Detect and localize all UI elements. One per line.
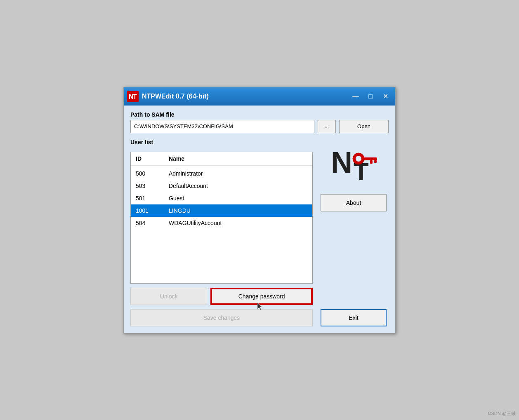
path-section-label: Path to SAM file bbox=[130, 111, 389, 118]
main-window: N T NTPWEdit 0.7 (64-bit) — □ ✕ Path to … bbox=[123, 87, 396, 333]
sam-path-input[interactable] bbox=[130, 120, 314, 133]
titlebar: N T NTPWEdit 0.7 (64-bit) — □ ✕ bbox=[124, 87, 395, 106]
exit-button[interactable]: Exit bbox=[321, 309, 387, 326]
user-name: DefaultAccount bbox=[169, 183, 208, 189]
user-name: WDAGUtilityAccount bbox=[169, 220, 222, 226]
user-name: Guest bbox=[169, 195, 184, 202]
content-area: Path to SAM file ... Open User list ID N… bbox=[124, 106, 395, 333]
user-list-label: User list bbox=[130, 139, 313, 145]
header-name-col: Name bbox=[169, 155, 184, 162]
minimize-button[interactable]: — bbox=[349, 91, 362, 102]
left-panel: User list ID Name 500 Administrator bbox=[130, 139, 313, 326]
svg-point-6 bbox=[356, 156, 361, 162]
user-list-container: ID Name 500 Administrator 503 DefaultAcc… bbox=[130, 152, 313, 284]
unlock-button: Unlock bbox=[130, 288, 207, 305]
window-title: NTPWEdit 0.7 (64-bit) bbox=[142, 93, 346, 100]
change-password-button[interactable]: Change password bbox=[210, 288, 313, 305]
user-id: 501 bbox=[136, 195, 156, 202]
change-password-label: Change password bbox=[238, 293, 285, 300]
logo-area: N T bbox=[321, 139, 387, 188]
svg-text:T: T bbox=[133, 93, 137, 100]
svg-rect-9 bbox=[374, 160, 377, 163]
svg-rect-7 bbox=[363, 157, 377, 160]
user-name: Administrator bbox=[169, 170, 203, 177]
maximize-button[interactable]: □ bbox=[364, 91, 377, 102]
right-panel: N T bbox=[318, 139, 389, 326]
user-id: 500 bbox=[136, 170, 156, 177]
user-row-504[interactable]: 504 WDAGUtilityAccount bbox=[131, 217, 312, 229]
user-list-header: ID Name bbox=[131, 152, 312, 166]
open-button[interactable]: Open bbox=[339, 120, 389, 133]
user-id: 1001 bbox=[136, 207, 156, 214]
path-row: ... Open bbox=[130, 120, 389, 133]
about-button[interactable]: About bbox=[321, 194, 387, 211]
user-row-500[interactable]: 500 Administrator bbox=[131, 167, 312, 180]
header-id-col: ID bbox=[136, 155, 156, 162]
user-id: 503 bbox=[136, 183, 156, 189]
window-controls: — □ ✕ bbox=[349, 91, 392, 102]
user-row-503[interactable]: 503 DefaultAccount bbox=[131, 180, 312, 192]
watermark: CSDN @三贼 bbox=[488, 411, 516, 417]
user-name: LINGDU bbox=[169, 207, 191, 214]
svg-rect-8 bbox=[370, 160, 373, 164]
user-row-1001[interactable]: 1001 LINGDU bbox=[131, 204, 312, 217]
bottom-buttons-row: Save changes bbox=[130, 309, 313, 326]
close-button[interactable]: ✕ bbox=[379, 91, 392, 102]
svg-text:N: N bbox=[331, 146, 352, 179]
user-id: 504 bbox=[136, 220, 156, 226]
main-area: User list ID Name 500 Administrator bbox=[130, 139, 389, 326]
save-changes-button: Save changes bbox=[130, 309, 313, 326]
app-logo: N T bbox=[329, 143, 378, 184]
action-buttons-row: Unlock Change password bbox=[130, 288, 313, 305]
user-row-501[interactable]: 501 Guest bbox=[131, 192, 312, 204]
app-icon: N T bbox=[127, 91, 139, 102]
user-list-body: 500 Administrator 503 DefaultAccount 501… bbox=[131, 166, 312, 231]
browse-button[interactable]: ... bbox=[318, 120, 336, 133]
